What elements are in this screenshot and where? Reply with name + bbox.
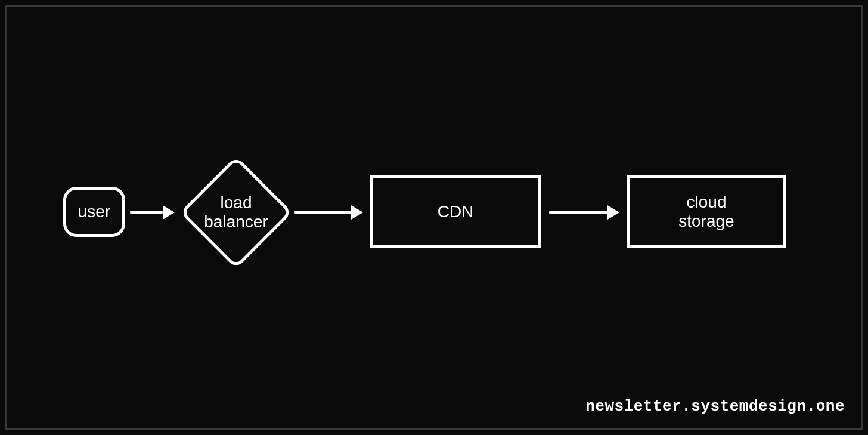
lb-label-line2: balancer: [204, 212, 268, 231]
arrow-shaft: [294, 211, 351, 214]
attribution-text: newsletter.systemdesign.one: [585, 397, 845, 415]
arrow-head-icon: [163, 205, 175, 220]
node-user-label: user: [78, 202, 110, 221]
node-cdn: CDN: [370, 175, 541, 248]
node-cloud-storage-label: cloud storage: [678, 193, 734, 231]
lb-label-line1: load: [221, 193, 252, 212]
node-load-balancer-label: load balancer: [204, 193, 268, 232]
arrow-head-icon: [607, 205, 619, 220]
diagram-canvas: user load balancer CDN cloud: [7, 7, 861, 428]
node-cdn-label: CDN: [438, 202, 474, 221]
diagram-frame: user load balancer CDN cloud: [5, 5, 863, 430]
arrow-head-icon: [351, 205, 363, 220]
arrow-shaft: [130, 211, 163, 214]
cloud-label-line2: storage: [678, 212, 734, 230]
cloud-label-line1: cloud: [687, 193, 727, 211]
node-user: user: [63, 187, 125, 237]
node-load-balancer: load balancer: [179, 156, 293, 269]
arrow-shaft: [549, 211, 607, 214]
node-cloud-storage: cloud storage: [627, 175, 786, 248]
